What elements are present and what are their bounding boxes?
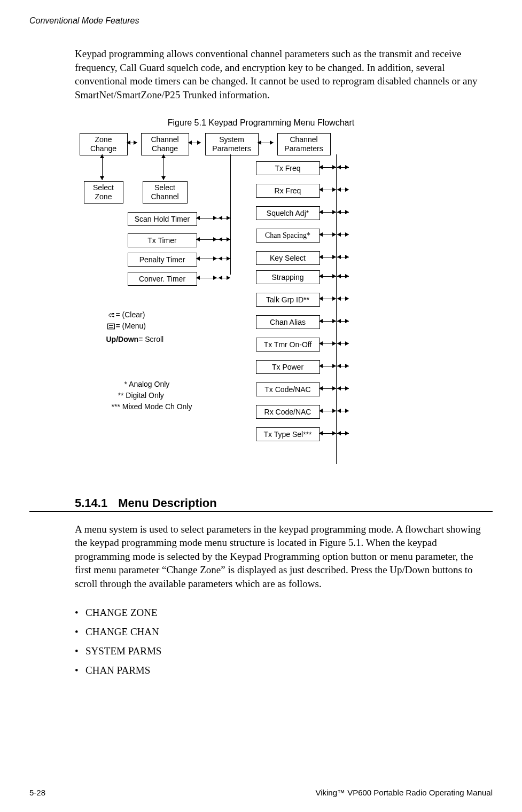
box-tx-power: Tx Power [256,360,320,374]
svg-rect-0 [107,324,114,329]
note-digital: ** Digital Only [101,390,208,401]
figure-caption: Figure 5.1 Keypad Programming Menu Flowc… [29,118,493,128]
section-number: 5.14.1 [75,496,115,510]
box-penalty-timer: Penalty Timer [128,253,197,267]
page-header: Conventional Mode Features [29,16,493,26]
box-rx-code-nac: Rx Code/NAC [256,405,320,419]
box-tx-code-nac: Tx Code/NAC [256,382,320,396]
box-chan-alias: Chan Alias [256,315,320,329]
box-scan-hold-timer: Scan Hold Timer [128,212,197,226]
box-tx-freq: Tx Freq [256,161,320,175]
section-rule [29,511,493,512]
box-select-channel: SelectChannel [143,181,188,204]
legend-updown-text: = Scroll [138,334,163,345]
section-title: Menu Description [118,496,217,510]
page-number: 5-28 [29,788,45,797]
parameter-list: •CHANGE ZONE •CHANGE CHAN •SYSTEM PARMS … [75,607,493,676]
menu-icon [106,321,116,332]
section-body: A menu system is used to select paramete… [75,522,487,591]
list-item: •CHANGE ZONE [75,607,493,619]
box-squelch-adj: Squelch Adj* [256,206,320,220]
box-tx-type-sel: Tx Type Sel*** [256,427,320,441]
legend-clear: = (Clear) [116,309,145,321]
box-rx-freq: Rx Freq [256,184,320,198]
list-item: •CHAN PARMS [75,665,493,676]
manual-title: Viking™ VP600 Portable Radio Operating M… [315,788,493,797]
box-system-parameters: SystemParameters [205,133,259,155]
note-mixed: *** Mixed Mode Ch Only [101,401,208,412]
flowchart: ZoneChange ChannelChange SystemParameter… [74,133,448,475]
back-arrow-icon [106,309,116,321]
box-chan-spacing: Chan Spacing* [256,229,320,243]
box-channel-change: ChannelChange [141,133,189,155]
list-item: •SYSTEM PARMS [75,645,493,657]
box-channel-parameters: ChannelParameters [277,133,331,155]
page-footer: 5-28 Viking™ VP600 Portable Radio Operat… [29,788,493,797]
box-tx-timer: Tx Timer [128,233,197,247]
legend-notes: * Analog Only ** Digital Only *** Mixed … [101,379,208,412]
box-select-zone: SelectZone [84,181,123,204]
box-conver-timer: Conver. Timer [128,272,197,286]
box-talk-grp-id: Talk Grp ID** [256,293,320,307]
box-strapping: Strapping [256,270,320,284]
section-heading: 5.14.1 Menu Description [75,496,493,510]
legend: = (Clear) = (Menu) Up/Down = Scroll [106,309,164,345]
intro-paragraph: Keypad programming allows conventional c… [75,47,487,102]
list-item: •CHANGE CHAN [75,626,493,638]
note-analog: * Analog Only [101,379,208,390]
legend-updown-label: Up/Down [106,334,139,345]
box-zone-change: ZoneChange [80,133,128,155]
legend-menu: = (Menu) [116,321,146,332]
box-key-select: Key Select [256,251,320,265]
box-tx-tmr-onoff: Tx Tmr On-Off [256,338,320,352]
